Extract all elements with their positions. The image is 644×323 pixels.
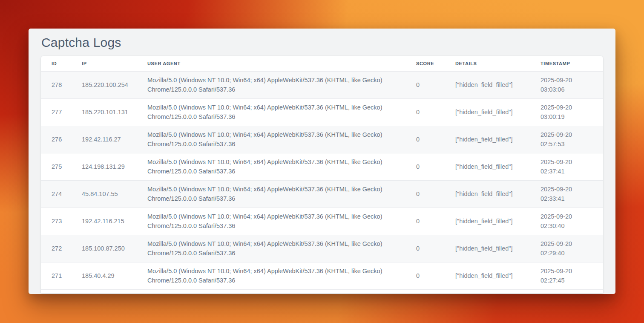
cell-id: 273 [41,208,71,235]
cell-user-agent: Mozilla/5.0 (Windows NT 10.0; Win64; x64… [137,153,405,180]
cell-ip: 185.40.4.29 [71,262,137,289]
table-row: 277 185.220.101.131 Mozilla/5.0 (Windows… [41,98,603,126]
cell-user-agent: Mozilla/5.0 (Windows NT 10.0; Win64; x64… [137,208,405,235]
cell-id: 271 [41,262,71,289]
table-row: 273 192.42.116.215 Mozilla/5.0 (Windows … [41,208,603,235]
cell-user-agent: Mozilla/5.0 (Windows NT 10.0; Win64; x64… [137,180,405,208]
column-header-timestamp: TIMESTAMP [530,56,603,71]
cell-id: 277 [41,98,71,126]
cell-details: ["hidden_field_filled"] [445,98,530,126]
table-row: 275 124.198.131.29 Mozilla/5.0 (Windows … [41,153,603,180]
cell-ip: 124.198.131.29 [71,153,137,180]
logs-table-container: ID IP USER AGENT SCORE DETAILS TIMESTAMP… [41,56,603,293]
column-header-score: SCORE [405,56,445,71]
column-header-user-agent: USER AGENT [137,56,405,71]
cell-timestamp: 2025-09-20 02:27:45 [530,262,603,289]
column-header-details: DETAILS [445,56,530,71]
table-row: 278 185.220.100.254 Mozilla/5.0 (Windows… [41,71,603,98]
cell-details: ["hidden_field_filled"] [445,180,530,208]
cell-ip: 185.220.101.131 [71,98,137,126]
cell-score: 0 [405,235,445,262]
table-header: ID IP USER AGENT SCORE DETAILS TIMESTAMP [41,56,603,71]
table-row: 276 192.42.116.27 Mozilla/5.0 (Windows N… [41,126,603,153]
cell-ip: 45.84.107.55 [71,180,137,208]
cell-details: ["hidden_field_filled"] [445,208,530,235]
cell-details: ["hidden_field_filled"] [445,262,530,289]
table-row: 272 185.100.87.250 Mozilla/5.0 (Windows … [41,235,603,262]
cell-ip: 185.220.100.254 [71,71,137,98]
cell-score: 0 [405,71,445,98]
cell-user-agent: Mozilla/5.0 (Windows NT 10.0; Win64; x64… [137,98,405,126]
cell-score: 0 [405,262,445,289]
page-title: Captcha Logs [41,29,603,56]
header-row: ID IP USER AGENT SCORE DETAILS TIMESTAMP [41,56,603,71]
captcha-logs-table: ID IP USER AGENT SCORE DETAILS TIMESTAMP… [41,56,603,290]
cell-user-agent: Mozilla/5.0 (Windows NT 10.0; Win64; x64… [137,71,405,98]
cell-details: ["hidden_field_filled"] [445,71,530,98]
cell-timestamp: 2025-09-20 02:37:41 [530,153,603,180]
table-body: 278 185.220.100.254 Mozilla/5.0 (Windows… [41,71,603,289]
cell-ip: 192.42.116.215 [71,208,137,235]
cell-ip: 185.100.87.250 [71,235,137,262]
cell-user-agent: Mozilla/5.0 (Windows NT 10.0; Win64; x64… [137,262,405,289]
cell-id: 276 [41,126,71,153]
table-row: 274 45.84.107.55 Mozilla/5.0 (Windows NT… [41,180,603,208]
cell-timestamp: 2025-09-20 03:03:06 [530,71,603,98]
cell-id: 278 [41,71,71,98]
cell-ip: 192.42.116.27 [71,126,137,153]
cell-id: 274 [41,180,71,208]
column-header-id: ID [41,56,71,71]
cell-timestamp: 2025-09-20 02:30:40 [530,208,603,235]
cell-timestamp: 2025-09-20 02:29:40 [530,235,603,262]
cell-details: ["hidden_field_filled"] [445,126,530,153]
column-header-ip: IP [71,56,137,71]
cell-id: 272 [41,235,71,262]
cell-timestamp: 2025-09-20 03:00:19 [530,98,603,126]
cell-score: 0 [405,98,445,126]
cell-score: 0 [405,126,445,153]
cell-score: 0 [405,208,445,235]
cell-timestamp: 2025-09-20 02:33:41 [530,180,603,208]
cell-timestamp: 2025-09-20 02:57:53 [530,126,603,153]
cell-id: 275 [41,153,71,180]
cell-user-agent: Mozilla/5.0 (Windows NT 10.0; Win64; x64… [137,235,405,262]
captcha-logs-card: Captcha Logs ID IP USER AGENT SCORE DETA… [29,29,615,294]
cell-score: 0 [405,153,445,180]
cell-user-agent: Mozilla/5.0 (Windows NT 10.0; Win64; x64… [137,126,405,153]
table-row: 271 185.40.4.29 Mozilla/5.0 (Windows NT … [41,262,603,289]
cell-details: ["hidden_field_filled"] [445,153,530,180]
cell-score: 0 [405,180,445,208]
cell-details: ["hidden_field_filled"] [445,235,530,262]
